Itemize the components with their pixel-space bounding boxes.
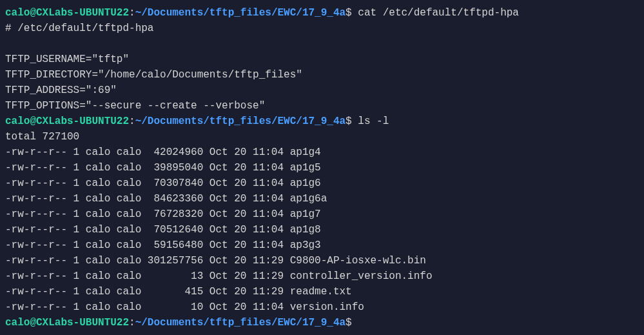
cat-line-3: TFTP_ADDRESS=":69" (5, 85, 117, 96)
ls-row: -rw-r--r-- 1 calo calo 70307840 Oct 20 1… (5, 178, 321, 189)
cwd-path: ~/Documents/tftp_files/EWC/17_9_4a (135, 7, 346, 19)
prompt-line-2: calo@CXLabs-UBUNTU22:~/Documents/tftp_fi… (5, 116, 389, 127)
ls-row: -rw-r--r-- 1 calo calo 84623360 Oct 20 1… (5, 193, 327, 205)
cwd-path: ~/Documents/tftp_files/EWC/17_9_4a (135, 116, 346, 127)
user-host: calo@CXLabs-UBUNTU22 (5, 317, 129, 329)
terminal-output[interactable]: calo@CXLabs-UBUNTU22:~/Documents/tftp_fi… (5, 5, 639, 330)
prompt-dollar: $ (346, 317, 358, 329)
ls-row: -rw-r--r-- 1 calo calo 76728320 Oct 20 1… (5, 208, 321, 220)
ls-row: -rw-r--r-- 1 calo calo 301257756 Oct 20 … (5, 255, 426, 267)
cat-line-2: TFTP_DIRECTORY="/home/calo/Documents/tft… (5, 69, 302, 81)
ls-row: -rw-r--r-- 1 calo calo 415 Oct 20 11:29 … (5, 286, 352, 298)
separator-colon: : (129, 116, 135, 127)
prompt-dollar: $ (346, 7, 358, 19)
ls-row: -rw-r--r-- 1 calo calo 39895040 Oct 20 1… (5, 162, 321, 174)
user-host: calo@CXLabs-UBUNTU22 (5, 116, 129, 127)
user-host: calo@CXLabs-UBUNTU22 (5, 7, 129, 19)
ls-row: -rw-r--r-- 1 calo calo 59156480 Oct 20 1… (5, 239, 321, 251)
separator-colon: : (129, 317, 135, 329)
command-text: cat /etc/default/tftpd-hpa (358, 7, 519, 19)
cat-line-1: TFTP_USERNAME="tftp" (5, 54, 129, 65)
ls-total: total 727100 (5, 131, 79, 143)
separator-colon: : (129, 7, 135, 19)
cat-comment: # /etc/default/tftpd-hpa (5, 23, 153, 34)
command-text: ls -l (358, 116, 389, 127)
prompt-line-1: calo@CXLabs-UBUNTU22:~/Documents/tftp_fi… (5, 7, 519, 19)
cwd-path: ~/Documents/tftp_files/EWC/17_9_4a (135, 317, 346, 329)
prompt-line-3: calo@CXLabs-UBUNTU22:~/Documents/tftp_fi… (5, 317, 358, 329)
ls-row: -rw-r--r-- 1 calo calo 70512640 Oct 20 1… (5, 224, 321, 236)
ls-row: -rw-r--r-- 1 calo calo 13 Oct 20 11:29 c… (5, 270, 433, 282)
prompt-dollar: $ (346, 116, 358, 127)
ls-row: -rw-r--r-- 1 calo calo 10 Oct 20 11:04 v… (5, 301, 364, 313)
cat-line-4: TFTP_OPTIONS="--secure --create --verbos… (5, 100, 265, 112)
ls-row: -rw-r--r-- 1 calo calo 42024960 Oct 20 1… (5, 147, 321, 158)
